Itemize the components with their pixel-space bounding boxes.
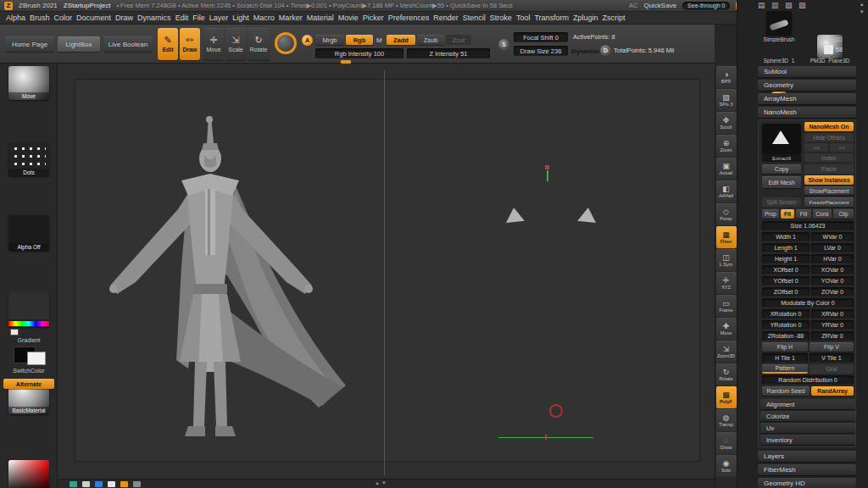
rotate-tool-button[interactable]: ↻ Rotate: [248, 28, 270, 60]
menu-dynamics[interactable]: Dynamics: [137, 14, 171, 22]
menu-stroke[interactable]: Stroke: [490, 14, 512, 22]
v-tile-slider[interactable]: V Tile 1: [810, 353, 854, 363]
transp-button[interactable]: ◍ Transp: [716, 409, 737, 431]
flip-h-button[interactable]: Flip H: [762, 342, 808, 352]
tray-chip-1[interactable]: [70, 481, 77, 487]
panel-scroll-up-icon[interactable]: ▴: [860, 1, 864, 8]
lvar-slider[interactable]: LVar 0: [811, 243, 854, 252]
height-slider[interactable]: Height 1: [762, 254, 810, 263]
polyf-button[interactable]: ▩ PolyF: [716, 386, 737, 408]
menu-alpha[interactable]: Alpha: [6, 14, 25, 22]
dock-icon-3[interactable]: ▧: [785, 1, 793, 9]
zoom-button[interactable]: ⊕ Zoom: [716, 135, 737, 157]
color-picker[interactable]: [8, 460, 49, 488]
ghost-button[interactable]: ◌ Ghost: [716, 432, 737, 454]
xovar-slider[interactable]: XOVar 0: [811, 265, 854, 274]
tray-chip-3[interactable]: [95, 481, 103, 487]
hue-strip[interactable]: [8, 321, 49, 326]
menu-layer[interactable]: Layer: [209, 14, 229, 22]
canvas-scroll-arrows[interactable]: ▲▼: [375, 480, 388, 485]
nanomesh-preview-thumbnail[interactable]: [762, 124, 801, 154]
depth-badge-icon[interactable]: D: [600, 45, 611, 56]
index-next-button[interactable]: >>: [830, 143, 854, 152]
menu-draw[interactable]: Draw: [115, 14, 133, 22]
size-slider[interactable]: Size 1.06423: [762, 221, 854, 230]
m-badge[interactable]: M: [376, 36, 382, 44]
aahalf-button[interactable]: ◧ AAHalf: [716, 180, 737, 202]
move3d-button[interactable]: ✚ Move: [716, 318, 737, 340]
current-color-swatch[interactable]: [10, 329, 19, 336]
section-nanomesh[interactable]: NanoMesh: [758, 107, 856, 118]
solo-button[interactable]: ◉ Solo: [716, 455, 737, 477]
copy-button[interactable]: Copy: [762, 164, 801, 174]
hide-others-button[interactable]: Hide Others: [804, 133, 854, 141]
index-button[interactable]: Index: [804, 153, 854, 162]
scroll-down-arrow-icon[interactable]: ▼: [381, 480, 388, 485]
zoffset-slider[interactable]: ZOffset 0: [762, 287, 810, 297]
section-uv[interactable]: Uv: [760, 423, 855, 433]
scale-tool-button[interactable]: ⇲ Scale: [225, 28, 246, 60]
menu-macro[interactable]: Macro: [253, 14, 275, 22]
section-alignment[interactable]: Alignment: [760, 399, 855, 409]
home-page-button[interactable]: Home Page: [5, 36, 54, 52]
menu-zplugin[interactable]: Zplugin: [573, 14, 598, 22]
persp-button[interactable]: ◇ Persp: [716, 203, 737, 225]
tray-chip-5[interactable]: [120, 481, 128, 487]
dock-icon-2[interactable]: ▥: [771, 1, 779, 9]
section-layers[interactable]: Layers: [758, 451, 856, 462]
bpr-button[interactable]: ◑ BPR: [716, 66, 737, 88]
randarray-button[interactable]: RandArray: [811, 386, 854, 396]
z-intensity-slider[interactable]: Z Intensity 51: [407, 48, 490, 58]
split-screen-button[interactable]: Split Screen: [762, 197, 801, 207]
menu-movie[interactable]: Movie: [338, 14, 359, 22]
draw-size-slider[interactable]: Draw Size 236: [514, 46, 568, 56]
focal-shift-slider[interactable]: Focal Shift 0: [514, 32, 568, 42]
mrgb-button[interactable]: Mrgb: [315, 35, 344, 45]
document-canvas[interactable]: [58, 64, 715, 479]
see-through-slider[interactable]: See-through 0: [682, 2, 730, 10]
zrotation-slider[interactable]: ZRotation -88: [762, 331, 810, 341]
actual-button[interactable]: ▣ Actual: [716, 158, 737, 180]
menu-material[interactable]: Material: [307, 14, 334, 22]
panel-scroll-down-icon[interactable]: ▾: [860, 8, 864, 15]
clip-button[interactable]: Clip: [833, 209, 854, 219]
menu-marker[interactable]: Marker: [279, 14, 303, 22]
alpha-off-thumbnail[interactable]: Alpha Off: [8, 215, 49, 251]
menu-tool[interactable]: Tool: [516, 14, 531, 22]
spix-button[interactable]: ▨ SPix 3: [716, 89, 737, 111]
show-instances-button[interactable]: Show Instances: [804, 175, 854, 185]
freeze-placement-button[interactable]: FreezePlacement: [804, 197, 854, 207]
scroll-up-arrow-icon[interactable]: ▲: [375, 480, 381, 485]
random-seed-button[interactable]: Random Seed: [762, 386, 810, 396]
simplebrush-thumbnail[interactable]: [766, 11, 792, 35]
menu-light[interactable]: Light: [232, 14, 249, 22]
index-prev-button[interactable]: <<: [804, 143, 828, 152]
menu-color[interactable]: Color: [54, 14, 73, 22]
live-boolean-button[interactable]: Live Boolean: [103, 36, 153, 52]
xoffset-slider[interactable]: XOffset 0: [762, 265, 810, 274]
alpha-badge-icon[interactable]: A: [302, 35, 313, 46]
xrvar-slider[interactable]: XRVar 0: [811, 309, 854, 319]
zsub-button[interactable]: Zsub: [417, 35, 444, 45]
hvar-slider[interactable]: HVar 0: [811, 254, 854, 263]
cons-button[interactable]: Cons: [813, 209, 832, 219]
zovar-slider[interactable]: ZOVar 0: [811, 287, 854, 297]
fit-button[interactable]: Fit: [781, 209, 794, 219]
lsym-button[interactable]: ◫ L.Sym: [716, 249, 737, 271]
zadd-button[interactable]: Zadd: [387, 35, 415, 45]
grid-button[interactable]: Grid: [810, 364, 854, 374]
zoom3d-button[interactable]: ⇲ Zoom3D: [716, 341, 737, 363]
alternate-button[interactable]: Alternate: [3, 379, 54, 389]
rgb-intensity-slider[interactable]: Rgb Intensity 100: [315, 48, 403, 58]
menu-stencil[interactable]: Stencil: [463, 14, 486, 22]
draw-tool-button[interactable]: ✏ Draw: [180, 28, 200, 60]
zrvar-slider[interactable]: ZRVar 0: [811, 331, 854, 341]
menu-render[interactable]: Render: [433, 14, 459, 22]
pattern-button[interactable]: Pattern: [762, 364, 808, 374]
menu-brush[interactable]: Brush: [30, 14, 50, 22]
section-geometry[interactable]: Geometry: [758, 80, 856, 91]
section-fibermesh[interactable]: FiberMesh: [758, 464, 856, 475]
menu-edit[interactable]: Edit: [175, 14, 189, 22]
xrotation-slider[interactable]: XRotation 0: [762, 309, 810, 319]
rgb-button[interactable]: Rgb: [346, 35, 373, 45]
